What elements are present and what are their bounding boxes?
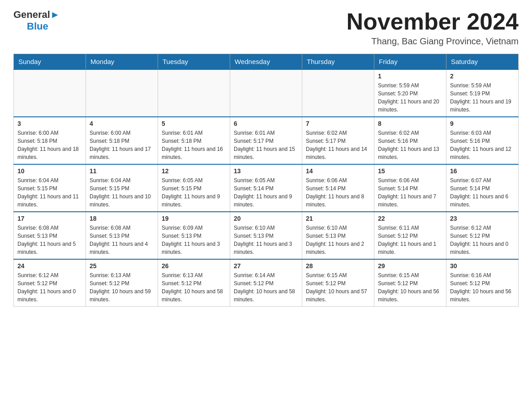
day-number: 2 xyxy=(450,73,515,80)
day-number: 23 xyxy=(450,215,515,222)
calendar-week-1: 1Sunrise: 5:59 AMSunset: 5:20 PMDaylight… xyxy=(14,69,519,117)
calendar-cell: 25Sunrise: 6:13 AMSunset: 5:12 PMDayligh… xyxy=(86,259,158,307)
calendar-cell xyxy=(86,69,158,117)
col-sunday: Sunday xyxy=(14,54,86,70)
day-number: 15 xyxy=(378,167,442,175)
calendar-cell xyxy=(158,69,230,117)
day-info: Sunrise: 5:59 AMSunset: 5:19 PMDaylight:… xyxy=(450,81,515,114)
calendar-cell: 7Sunrise: 6:02 AMSunset: 5:17 PMDaylight… xyxy=(302,117,374,164)
day-info: Sunrise: 6:04 AMSunset: 5:15 PMDaylight:… xyxy=(17,176,82,209)
day-info: Sunrise: 6:15 AMSunset: 5:12 PMDaylight:… xyxy=(306,271,370,304)
calendar-cell: 14Sunrise: 6:06 AMSunset: 5:14 PMDayligh… xyxy=(302,164,374,212)
day-number: 22 xyxy=(378,215,442,222)
calendar-cell: 30Sunrise: 6:16 AMSunset: 5:12 PMDayligh… xyxy=(446,259,519,307)
logo: General► Blue xyxy=(13,9,60,32)
day-info: Sunrise: 6:16 AMSunset: 5:12 PMDaylight:… xyxy=(450,271,515,304)
day-info: Sunrise: 6:10 AMSunset: 5:13 PMDaylight:… xyxy=(306,224,370,256)
day-number: 10 xyxy=(17,167,82,175)
day-number: 14 xyxy=(306,167,370,175)
day-number: 4 xyxy=(90,120,154,127)
calendar-cell: 6Sunrise: 6:01 AMSunset: 5:17 PMDaylight… xyxy=(230,117,302,164)
day-number: 17 xyxy=(17,215,82,222)
calendar-cell: 15Sunrise: 6:06 AMSunset: 5:14 PMDayligh… xyxy=(374,164,446,212)
calendar-cell: 17Sunrise: 6:08 AMSunset: 5:13 PMDayligh… xyxy=(14,212,86,259)
logo-blue-text: Blue xyxy=(27,21,48,32)
calendar-cell xyxy=(302,69,374,117)
day-number: 3 xyxy=(17,120,82,127)
day-info: Sunrise: 6:03 AMSunset: 5:16 PMDaylight:… xyxy=(450,129,515,161)
day-number: 12 xyxy=(162,167,226,175)
calendar-cell: 19Sunrise: 6:09 AMSunset: 5:13 PMDayligh… xyxy=(158,212,230,259)
day-info: Sunrise: 6:06 AMSunset: 5:14 PMDaylight:… xyxy=(378,176,442,209)
day-info: Sunrise: 6:13 AMSunset: 5:12 PMDaylight:… xyxy=(90,271,154,304)
day-number: 13 xyxy=(234,167,298,175)
calendar-cell: 24Sunrise: 6:12 AMSunset: 5:12 PMDayligh… xyxy=(14,259,86,307)
calendar-cell: 10Sunrise: 6:04 AMSunset: 5:15 PMDayligh… xyxy=(14,164,86,212)
day-number: 18 xyxy=(90,215,154,222)
calendar-cell: 2Sunrise: 5:59 AMSunset: 5:19 PMDaylight… xyxy=(446,69,519,117)
calendar-cell: 9Sunrise: 6:03 AMSunset: 5:16 PMDaylight… xyxy=(446,117,519,164)
day-info: Sunrise: 6:07 AMSunset: 5:14 PMDaylight:… xyxy=(450,176,515,209)
calendar-cell: 12Sunrise: 6:05 AMSunset: 5:15 PMDayligh… xyxy=(158,164,230,212)
day-number: 25 xyxy=(90,262,154,270)
day-number: 24 xyxy=(17,262,82,270)
day-info: Sunrise: 6:12 AMSunset: 5:12 PMDaylight:… xyxy=(17,271,82,304)
day-number: 6 xyxy=(234,120,298,127)
col-thursday: Thursday xyxy=(302,54,374,70)
day-info: Sunrise: 6:02 AMSunset: 5:17 PMDaylight:… xyxy=(306,129,370,161)
calendar-cell xyxy=(230,69,302,117)
day-number: 11 xyxy=(90,167,154,175)
day-info: Sunrise: 6:11 AMSunset: 5:12 PMDaylight:… xyxy=(378,224,442,256)
day-info: Sunrise: 5:59 AMSunset: 5:20 PMDaylight:… xyxy=(378,81,442,114)
day-info: Sunrise: 6:15 AMSunset: 5:12 PMDaylight:… xyxy=(378,271,442,304)
day-number: 27 xyxy=(234,262,298,270)
calendar-week-3: 10Sunrise: 6:04 AMSunset: 5:15 PMDayligh… xyxy=(14,164,519,212)
day-info: Sunrise: 6:12 AMSunset: 5:12 PMDaylight:… xyxy=(450,224,515,256)
day-number: 29 xyxy=(378,262,442,270)
calendar-cell xyxy=(14,69,86,117)
day-info: Sunrise: 6:06 AMSunset: 5:14 PMDaylight:… xyxy=(306,176,370,209)
location: Thang, Bac Giang Province, Vietnam xyxy=(347,36,519,47)
logo-general-text: General► xyxy=(13,9,60,21)
calendar-cell: 8Sunrise: 6:02 AMSunset: 5:16 PMDaylight… xyxy=(374,117,446,164)
day-info: Sunrise: 6:01 AMSunset: 5:18 PMDaylight:… xyxy=(162,129,226,161)
calendar-cell: 13Sunrise: 6:05 AMSunset: 5:14 PMDayligh… xyxy=(230,164,302,212)
col-monday: Monday xyxy=(86,54,158,70)
day-info: Sunrise: 6:00 AMSunset: 5:18 PMDaylight:… xyxy=(90,129,154,161)
day-number: 7 xyxy=(306,120,370,127)
calendar-cell: 1Sunrise: 5:59 AMSunset: 5:20 PMDaylight… xyxy=(374,69,446,117)
col-friday: Friday xyxy=(374,54,446,70)
col-saturday: Saturday xyxy=(446,54,519,70)
title-section: November 2024 Thang, Bac Giang Province,… xyxy=(347,9,519,47)
logo-arrow-shape: ► xyxy=(50,9,60,20)
day-number: 30 xyxy=(450,262,515,270)
calendar-cell: 11Sunrise: 6:04 AMSunset: 5:15 PMDayligh… xyxy=(86,164,158,212)
day-number: 9 xyxy=(450,120,515,127)
col-wednesday: Wednesday xyxy=(230,54,302,70)
day-number: 5 xyxy=(162,120,226,127)
month-title: November 2024 xyxy=(347,9,519,34)
day-number: 19 xyxy=(162,215,226,222)
col-tuesday: Tuesday xyxy=(158,54,230,70)
day-info: Sunrise: 6:05 AMSunset: 5:15 PMDaylight:… xyxy=(162,176,226,209)
day-info: Sunrise: 6:01 AMSunset: 5:17 PMDaylight:… xyxy=(234,129,298,161)
calendar-cell: 5Sunrise: 6:01 AMSunset: 5:18 PMDaylight… xyxy=(158,117,230,164)
header-row: Sunday Monday Tuesday Wednesday Thursday… xyxy=(14,54,519,70)
calendar-week-2: 3Sunrise: 6:00 AMSunset: 5:18 PMDaylight… xyxy=(14,117,519,164)
day-info: Sunrise: 6:14 AMSunset: 5:12 PMDaylight:… xyxy=(234,271,298,304)
day-number: 20 xyxy=(234,215,298,222)
calendar-cell: 22Sunrise: 6:11 AMSunset: 5:12 PMDayligh… xyxy=(374,212,446,259)
calendar-cell: 26Sunrise: 6:13 AMSunset: 5:12 PMDayligh… xyxy=(158,259,230,307)
calendar-week-4: 17Sunrise: 6:08 AMSunset: 5:13 PMDayligh… xyxy=(14,212,519,259)
calendar-header: Sunday Monday Tuesday Wednesday Thursday… xyxy=(14,54,519,70)
day-info: Sunrise: 6:09 AMSunset: 5:13 PMDaylight:… xyxy=(162,224,226,256)
calendar-cell: 20Sunrise: 6:10 AMSunset: 5:13 PMDayligh… xyxy=(230,212,302,259)
page-header: General► Blue November 2024 Thang, Bac G… xyxy=(13,9,519,47)
day-info: Sunrise: 6:10 AMSunset: 5:13 PMDaylight:… xyxy=(234,224,298,256)
calendar-cell: 18Sunrise: 6:08 AMSunset: 5:13 PMDayligh… xyxy=(86,212,158,259)
day-number: 28 xyxy=(306,262,370,270)
calendar-body: 1Sunrise: 5:59 AMSunset: 5:20 PMDaylight… xyxy=(14,69,519,307)
day-info: Sunrise: 6:08 AMSunset: 5:13 PMDaylight:… xyxy=(17,224,82,256)
day-info: Sunrise: 6:05 AMSunset: 5:14 PMDaylight:… xyxy=(234,176,298,209)
calendar-week-5: 24Sunrise: 6:12 AMSunset: 5:12 PMDayligh… xyxy=(14,259,519,307)
